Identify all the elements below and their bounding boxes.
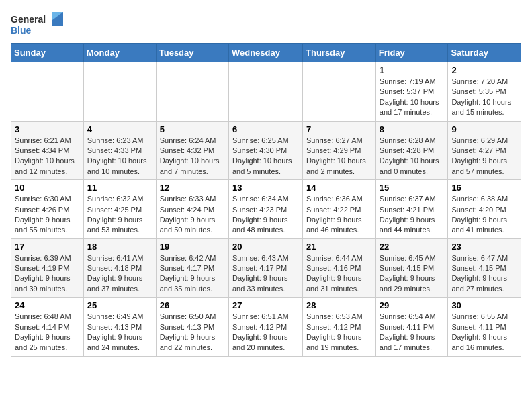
- day-info: Sunrise: 6:34 AM Sunset: 4:23 PM Dayligh…: [232, 194, 299, 236]
- day-info: Sunrise: 6:45 AM Sunset: 4:15 PM Dayligh…: [380, 253, 445, 295]
- day-cell: 29Sunrise: 6:54 AM Sunset: 4:11 PM Dayli…: [375, 298, 448, 357]
- header: GeneralBlue: [11, 11, 521, 38]
- day-cell: 7Sunrise: 6:27 AM Sunset: 4:29 PM Daylig…: [303, 121, 376, 180]
- logo: GeneralBlue: [11, 11, 64, 38]
- day-info: Sunrise: 7:20 AM Sunset: 5:35 PM Dayligh…: [451, 77, 517, 118]
- day-cell: 10Sunrise: 6:30 AM Sunset: 4:26 PM Dayli…: [11, 180, 84, 239]
- day-info: Sunrise: 6:50 AM Sunset: 4:13 PM Dayligh…: [160, 312, 225, 353]
- day-cell: 12Sunrise: 6:33 AM Sunset: 4:24 PM Dayli…: [156, 180, 228, 239]
- day-cell: 24Sunrise: 6:48 AM Sunset: 4:14 PM Dayli…: [11, 298, 84, 357]
- weekday-header-tuesday: Tuesday: [156, 44, 228, 62]
- day-cell: [83, 62, 156, 122]
- logo-svg: GeneralBlue: [11, 11, 64, 38]
- day-cell: [228, 62, 302, 122]
- day-cell: 11Sunrise: 6:32 AM Sunset: 4:25 PM Dayli…: [83, 180, 156, 239]
- day-number: 11: [87, 183, 152, 193]
- week-row-1: 1Sunrise: 7:19 AM Sunset: 5:37 PM Daylig…: [11, 62, 521, 122]
- day-info: Sunrise: 6:44 AM Sunset: 4:16 PM Dayligh…: [306, 253, 372, 295]
- day-number: 23: [451, 242, 517, 252]
- day-number: 15: [380, 183, 445, 193]
- day-info: Sunrise: 6:29 AM Sunset: 4:27 PM Dayligh…: [451, 136, 517, 177]
- day-number: 8: [380, 124, 445, 134]
- day-cell: 17Sunrise: 6:39 AM Sunset: 4:19 PM Dayli…: [11, 238, 84, 298]
- day-number: 29: [380, 300, 445, 310]
- day-cell: [303, 62, 376, 122]
- weekday-header-thursday: Thursday: [303, 44, 376, 62]
- day-number: 7: [306, 124, 372, 134]
- day-cell: 20Sunrise: 6:43 AM Sunset: 4:17 PM Dayli…: [228, 238, 302, 298]
- week-row-2: 3Sunrise: 6:21 AM Sunset: 4:34 PM Daylig…: [11, 121, 521, 180]
- day-cell: 9Sunrise: 6:29 AM Sunset: 4:27 PM Daylig…: [448, 121, 521, 180]
- day-number: 19: [160, 242, 225, 252]
- day-number: 28: [306, 300, 372, 310]
- day-cell: 25Sunrise: 6:49 AM Sunset: 4:13 PM Dayli…: [83, 298, 156, 357]
- day-info: Sunrise: 6:53 AM Sunset: 4:12 PM Dayligh…: [306, 312, 372, 353]
- day-info: Sunrise: 6:23 AM Sunset: 4:33 PM Dayligh…: [87, 136, 152, 177]
- day-info: Sunrise: 6:28 AM Sunset: 4:28 PM Dayligh…: [380, 136, 445, 177]
- day-info: Sunrise: 6:25 AM Sunset: 4:30 PM Dayligh…: [232, 136, 299, 177]
- svg-text:Blue: Blue: [11, 25, 32, 36]
- day-info: Sunrise: 6:55 AM Sunset: 4:11 PM Dayligh…: [451, 312, 517, 353]
- day-info: Sunrise: 6:30 AM Sunset: 4:26 PM Dayligh…: [15, 194, 80, 236]
- day-info: Sunrise: 6:38 AM Sunset: 4:20 PM Dayligh…: [451, 194, 517, 236]
- day-cell: 3Sunrise: 6:21 AM Sunset: 4:34 PM Daylig…: [11, 121, 84, 180]
- day-cell: 21Sunrise: 6:44 AM Sunset: 4:16 PM Dayli…: [303, 238, 376, 298]
- day-number: 27: [232, 300, 299, 310]
- day-number: 5: [160, 124, 225, 134]
- day-number: 16: [451, 183, 517, 193]
- day-cell: 26Sunrise: 6:50 AM Sunset: 4:13 PM Dayli…: [156, 298, 228, 357]
- week-row-5: 24Sunrise: 6:48 AM Sunset: 4:14 PM Dayli…: [11, 298, 521, 357]
- day-cell: 28Sunrise: 6:53 AM Sunset: 4:12 PM Dayli…: [303, 298, 376, 357]
- day-cell: 27Sunrise: 6:51 AM Sunset: 4:12 PM Dayli…: [228, 298, 302, 357]
- week-row-3: 10Sunrise: 6:30 AM Sunset: 4:26 PM Dayli…: [11, 180, 521, 239]
- day-number: 13: [232, 183, 299, 193]
- weekday-header-friday: Friday: [375, 44, 448, 62]
- day-info: Sunrise: 6:49 AM Sunset: 4:13 PM Dayligh…: [87, 312, 152, 353]
- weekday-header-wednesday: Wednesday: [228, 44, 302, 62]
- day-info: Sunrise: 6:37 AM Sunset: 4:21 PM Dayligh…: [380, 194, 445, 236]
- day-cell: [156, 62, 228, 122]
- day-info: Sunrise: 6:39 AM Sunset: 4:19 PM Dayligh…: [15, 253, 80, 295]
- day-cell: 15Sunrise: 6:37 AM Sunset: 4:21 PM Dayli…: [375, 180, 448, 239]
- day-info: Sunrise: 6:41 AM Sunset: 4:18 PM Dayligh…: [87, 253, 152, 295]
- day-number: 26: [160, 300, 225, 310]
- day-number: 2: [451, 65, 517, 75]
- day-cell: 4Sunrise: 6:23 AM Sunset: 4:33 PM Daylig…: [83, 121, 156, 180]
- day-number: 3: [15, 124, 80, 134]
- day-cell: 14Sunrise: 6:36 AM Sunset: 4:22 PM Dayli…: [303, 180, 376, 239]
- day-info: Sunrise: 6:21 AM Sunset: 4:34 PM Dayligh…: [15, 136, 80, 177]
- svg-text:General: General: [11, 14, 46, 25]
- day-info: Sunrise: 6:54 AM Sunset: 4:11 PM Dayligh…: [380, 312, 445, 353]
- day-number: 12: [160, 183, 225, 193]
- day-number: 4: [87, 124, 152, 134]
- day-info: Sunrise: 6:33 AM Sunset: 4:24 PM Dayligh…: [160, 194, 225, 236]
- day-info: Sunrise: 6:51 AM Sunset: 4:12 PM Dayligh…: [232, 312, 299, 353]
- day-info: Sunrise: 6:43 AM Sunset: 4:17 PM Dayligh…: [232, 253, 299, 295]
- day-cell: 18Sunrise: 6:41 AM Sunset: 4:18 PM Dayli…: [83, 238, 156, 298]
- day-number: 20: [232, 242, 299, 252]
- day-info: Sunrise: 6:36 AM Sunset: 4:22 PM Dayligh…: [306, 194, 372, 236]
- day-cell: 5Sunrise: 6:24 AM Sunset: 4:32 PM Daylig…: [156, 121, 228, 180]
- day-info: Sunrise: 7:19 AM Sunset: 5:37 PM Dayligh…: [380, 77, 445, 118]
- day-number: 22: [380, 242, 445, 252]
- day-cell: [11, 62, 84, 122]
- day-number: 25: [87, 300, 152, 310]
- day-info: Sunrise: 6:48 AM Sunset: 4:14 PM Dayligh…: [15, 312, 80, 353]
- week-row-4: 17Sunrise: 6:39 AM Sunset: 4:19 PM Dayli…: [11, 238, 521, 298]
- day-number: 24: [15, 300, 80, 310]
- day-number: 14: [306, 183, 372, 193]
- weekday-header-saturday: Saturday: [448, 44, 521, 62]
- weekday-header-row: SundayMondayTuesdayWednesdayThursdayFrid…: [11, 44, 521, 62]
- day-cell: 16Sunrise: 6:38 AM Sunset: 4:20 PM Dayli…: [448, 180, 521, 239]
- day-cell: 1Sunrise: 7:19 AM Sunset: 5:37 PM Daylig…: [375, 62, 448, 122]
- day-number: 30: [451, 300, 517, 310]
- calendar: SundayMondayTuesdayWednesdayThursdayFrid…: [11, 43, 521, 357]
- day-info: Sunrise: 6:47 AM Sunset: 4:15 PM Dayligh…: [451, 253, 517, 295]
- weekday-header-monday: Monday: [83, 44, 156, 62]
- day-info: Sunrise: 6:42 AM Sunset: 4:17 PM Dayligh…: [160, 253, 225, 295]
- day-cell: 8Sunrise: 6:28 AM Sunset: 4:28 PM Daylig…: [375, 121, 448, 180]
- day-cell: 23Sunrise: 6:47 AM Sunset: 4:15 PM Dayli…: [448, 238, 521, 298]
- day-info: Sunrise: 6:27 AM Sunset: 4:29 PM Dayligh…: [306, 136, 372, 177]
- day-number: 17: [15, 242, 80, 252]
- day-number: 1: [380, 65, 445, 75]
